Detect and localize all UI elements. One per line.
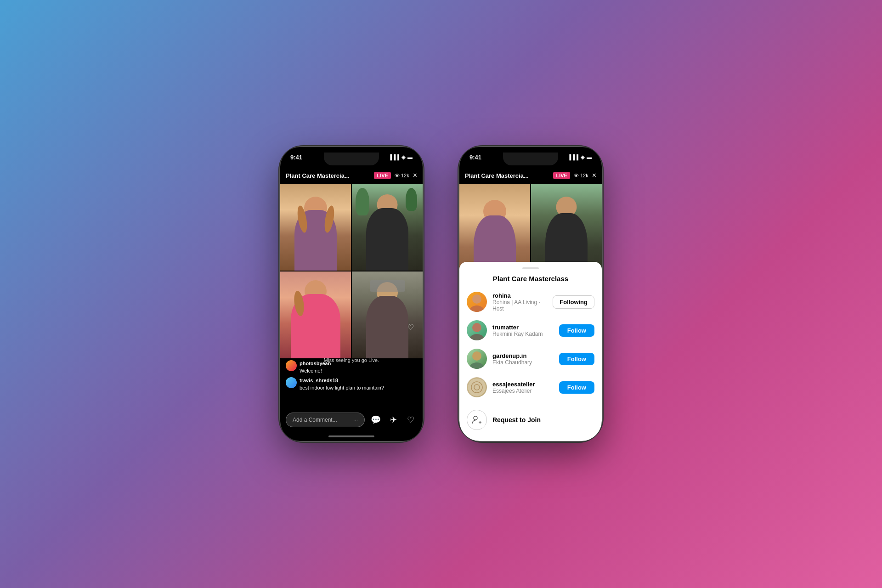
comment-message-1: Welcome! (300, 368, 322, 373)
participant-name-4: essajeesatelier (492, 381, 554, 388)
participant-row-1: rohina Rohina | AA Living · Host Followi… (467, 288, 594, 316)
eye-icon: 👁 (395, 173, 400, 178)
live-header-2: Plant Care Mastercia... LIVE 👁 12k × (459, 167, 602, 184)
participants-sheet: Plant Care Masterclass rohina Rohina | A… (459, 262, 602, 441)
status-icons-1: ▐▐▐ ◈ ▬ (389, 154, 413, 160)
comment-input-label: Add a Comment... (293, 417, 337, 423)
svg-point-2 (472, 323, 481, 332)
wifi-icon-2: ◈ (581, 154, 584, 160)
follow-button-4[interactable]: Follow (559, 381, 594, 394)
participant-row-2: trumatter Rukmini Ray Kadam Follow (467, 317, 594, 344)
close-button-1[interactable]: × (413, 171, 417, 180)
signal-icon-2: ▐▐▐ (568, 154, 578, 160)
sheet-title: Plant Care Masterclass (459, 275, 602, 283)
comment-input[interactable]: Add a Comment... ··· (286, 413, 365, 427)
status-bar-1: 9:41 ▐▐▐ ◈ ▬ (280, 147, 423, 167)
follow-button-3[interactable]: Follow (559, 353, 594, 365)
live-views-2: 👁 12k (574, 173, 588, 178)
participant-sub-1: Rohina | AA Living · Host (492, 299, 547, 312)
heart-icon[interactable]: ♡ (404, 415, 417, 425)
phone-1: 9:41 ▐▐▐ ◈ ▬ Plant Care Mastercia... LIV… (280, 147, 423, 441)
svg-point-1 (469, 305, 484, 312)
comment-avatar-1 (286, 360, 297, 371)
svg-point-4 (472, 351, 481, 361)
participant-name-1: rohina (492, 292, 547, 299)
comments-area: Miss seeing you go Live. photosbyean Wel… (280, 340, 423, 395)
participant-avatar-3 (467, 349, 487, 369)
close-button-2[interactable]: × (592, 171, 596, 180)
status-bar-2: 9:41 ▐▐▐ ◈ ▬ (459, 147, 602, 167)
comment-floating-msg: Miss seeing you go Live. (324, 357, 379, 363)
participant-row-3: gardenup.in Ekta Chaudhary Follow (467, 345, 594, 373)
participant-info-4: essajeesatelier Essajees Atelier (492, 381, 554, 394)
participant-name-2: trumatter (492, 324, 554, 331)
phone-2: 9:41 ▐▐▐ ◈ ▬ Plant Care Mastercia... LIV… (459, 147, 602, 441)
live-badge-2: LIVE (553, 172, 570, 179)
participant-row-4: essajeesatelier Essajees Atelier Follow (467, 373, 594, 401)
phone-1-screen: 9:41 ▐▐▐ ◈ ▬ Plant Care Mastercia... LIV… (280, 147, 423, 441)
live-title-1: Plant Care Mastercia... (286, 172, 370, 179)
request-to-join-row[interactable]: Request to Join (467, 404, 594, 435)
dots-icon: ··· (353, 417, 358, 423)
comment-username-2: travis_shreds18 (300, 378, 338, 383)
eye-icon-2: 👁 (574, 173, 579, 178)
request-to-join-label[interactable]: Request to Join (492, 416, 541, 424)
comment-message-2: best indoor low light plan to maintain? (300, 385, 384, 390)
participant-avatar-4 (467, 377, 487, 397)
follow-button-2[interactable]: Follow (559, 324, 594, 337)
bottom-bar-1: Add a Comment... ··· 💬 ✈ ♡ (286, 413, 417, 427)
status-time-2: 9:41 (469, 154, 481, 161)
participant-sub-3: Ekta Chaudhary (492, 359, 554, 366)
status-time-1: 9:41 (290, 154, 302, 161)
signal-icon: ▐▐▐ (389, 154, 399, 160)
status-icons-2: ▐▐▐ ◈ ▬ (568, 154, 592, 160)
send-icon[interactable]: ✈ (387, 415, 400, 425)
participant-sub-4: Essajees Atelier (492, 388, 554, 394)
participant-sub-2: Rukmini Ray Kadam (492, 331, 554, 337)
question-bubble-icon[interactable]: 💬 (369, 415, 382, 425)
svg-point-5 (469, 362, 484, 369)
home-indicator-1 (328, 435, 374, 437)
live-badge-1: LIVE (374, 172, 390, 179)
comment-text-2: travis_shreds18 best indoor low light pl… (300, 377, 384, 391)
svg-point-9 (474, 416, 477, 420)
battery-icon: ▬ (407, 154, 413, 160)
participant-info-2: trumatter Rukmini Ray Kadam (492, 324, 554, 337)
video-cell-1 (280, 184, 351, 271)
participant-avatar-2 (467, 320, 487, 340)
battery-icon-2: ▬ (587, 154, 592, 160)
participant-info-3: gardenup.in Ekta Chaudhary (492, 352, 554, 366)
svg-point-6 (468, 378, 486, 396)
video-cell-2 (352, 184, 423, 271)
svg-point-0 (472, 294, 481, 304)
phone-2-screen: 9:41 ▐▐▐ ◈ ▬ Plant Care Mastercia... LIV… (459, 147, 602, 441)
live-views-1: 👁 12k (395, 173, 409, 178)
participant-info-1: rohina Rohina | AA Living · Host (492, 292, 547, 312)
participant-list: rohina Rohina | AA Living · Host Followi… (459, 288, 602, 435)
comment-avatar-2 (286, 377, 297, 388)
comment-item-2: travis_shreds18 best indoor low light pl… (286, 377, 417, 391)
video-grid-1: ♡ (280, 184, 423, 358)
live-title-2: Plant Care Mastercia... (465, 172, 549, 179)
following-button[interactable]: Following (553, 295, 594, 309)
live-header-1: Plant Care Mastercia... LIVE 👁 12k × (280, 167, 423, 184)
sheet-handle (522, 267, 539, 269)
participant-name-3: gardenup.in (492, 352, 554, 359)
wifi-icon: ◈ (401, 154, 405, 160)
participant-avatar-1 (467, 292, 487, 312)
svg-point-3 (469, 334, 484, 340)
request-join-icon (467, 410, 487, 430)
